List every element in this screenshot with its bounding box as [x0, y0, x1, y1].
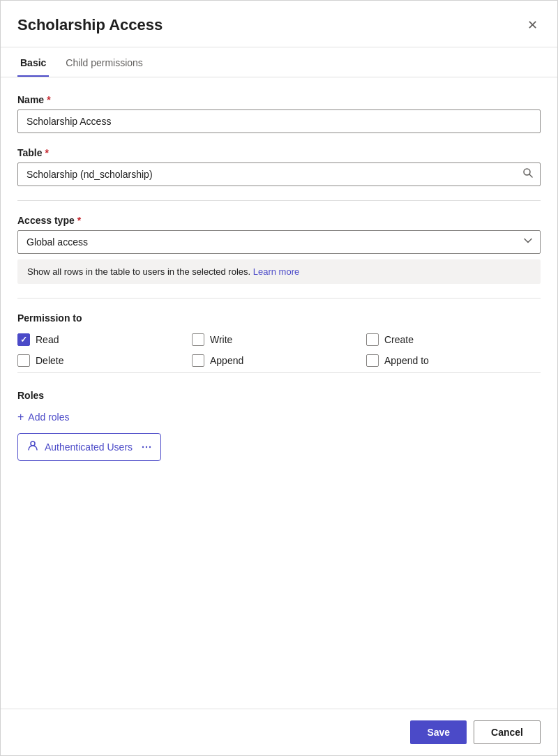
checkbox-read[interactable]: [17, 333, 30, 346]
table-required-star: *: [45, 147, 49, 158]
permission-write[interactable]: Write: [192, 333, 366, 346]
person-icon: [27, 439, 39, 455]
svg-point-2: [31, 441, 35, 446]
table-field-group: Table *: [17, 147, 541, 186]
cancel-button[interactable]: Cancel: [474, 720, 541, 744]
checkbox-append[interactable]: [192, 354, 204, 367]
svg-point-4: [146, 446, 147, 448]
table-search-icon[interactable]: [522, 167, 534, 181]
access-type-field-group: Access type * Global access Owner Parent…: [17, 215, 541, 284]
svg-line-1: [529, 174, 532, 177]
tab-child-permissions[interactable]: Child permissions: [63, 50, 145, 77]
checkbox-delete[interactable]: [17, 354, 30, 367]
role-chip-authenticated-users[interactable]: Authenticated Users: [17, 433, 161, 461]
checkbox-create[interactable]: [366, 333, 379, 346]
dialog-container: Scholarship Access ✕ Basic Child permiss…: [0, 0, 558, 756]
dialog-title: Scholarship Access: [17, 16, 163, 34]
name-required-star: *: [47, 94, 50, 105]
access-type-info-box: Show all rows in the table to users in t…: [17, 259, 541, 284]
role-label-authenticated-users: Authenticated Users: [45, 441, 133, 453]
checkbox-write[interactable]: [192, 333, 204, 346]
roles-section: Roles + Add roles Authenticated Users: [17, 390, 541, 461]
tab-basic[interactable]: Basic: [17, 50, 49, 77]
access-type-select[interactable]: Global access Owner Parent: Child access…: [17, 230, 541, 254]
permissions-grid: Read Write Create Delete Append: [17, 333, 541, 367]
svg-point-3: [142, 446, 144, 448]
table-input-wrapper: [17, 162, 541, 186]
permissions-section: Permission to Read Write Create Delete: [17, 312, 541, 367]
role-more-button[interactable]: [138, 441, 152, 453]
table-label: Table *: [17, 147, 541, 158]
save-button[interactable]: Save: [410, 720, 467, 744]
name-field-group: Name *: [17, 94, 541, 133]
permission-write-label: Write: [210, 334, 232, 345]
permission-append-to[interactable]: Append to: [366, 354, 541, 367]
dialog-body: Name * Table *: [1, 77, 557, 755]
access-type-select-wrapper: Global access Owner Parent: Child access…: [17, 230, 541, 254]
divider-2: [17, 298, 541, 298]
permission-read[interactable]: Read: [17, 333, 192, 346]
access-type-label: Access type *: [17, 215, 541, 226]
permission-delete[interactable]: Delete: [17, 354, 192, 367]
roles-list: Authenticated Users: [17, 433, 541, 461]
permissions-title: Permission to: [17, 312, 541, 324]
divider-1: [17, 200, 541, 201]
checkbox-append-to[interactable]: [366, 354, 379, 367]
name-input[interactable]: [17, 109, 541, 133]
roles-title: Roles: [17, 390, 541, 401]
name-label: Name *: [17, 94, 541, 105]
dialog-header: Scholarship Access ✕: [1, 1, 557, 47]
permission-append-label: Append: [210, 355, 243, 366]
close-button[interactable]: ✕: [525, 15, 541, 36]
access-type-required-star: *: [77, 215, 81, 226]
tab-bar: Basic Child permissions: [1, 50, 557, 77]
learn-more-link[interactable]: Learn more: [253, 266, 299, 277]
permission-delete-label: Delete: [36, 355, 63, 366]
plus-icon: +: [17, 411, 24, 423]
divider-3: [17, 372, 541, 373]
permission-append-to-label: Append to: [384, 355, 429, 366]
permission-read-label: Read: [36, 334, 59, 345]
svg-point-5: [149, 446, 151, 448]
permission-append[interactable]: Append: [192, 354, 366, 367]
table-input[interactable]: [17, 162, 541, 186]
permission-create-label: Create: [384, 334, 414, 345]
permission-create[interactable]: Create: [366, 333, 541, 346]
add-roles-button[interactable]: + Add roles: [17, 411, 70, 423]
dialog-footer: Save Cancel: [1, 709, 557, 755]
